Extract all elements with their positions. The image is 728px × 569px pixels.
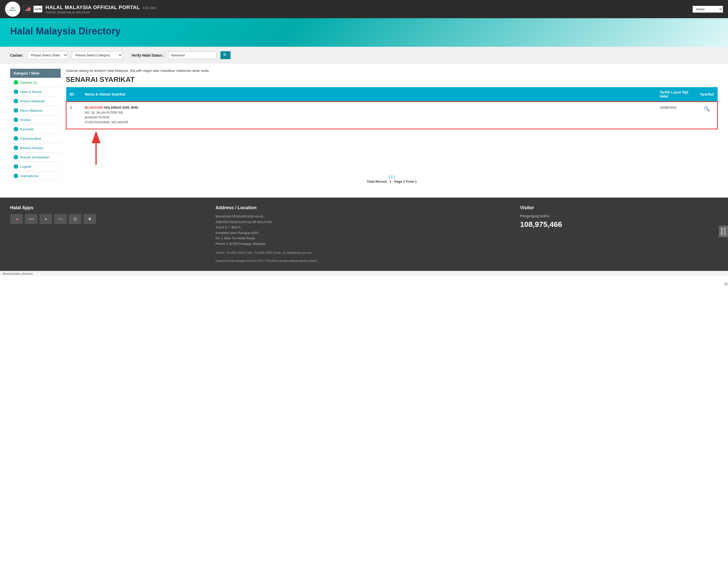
app-logos: 🇲🇾 JAKIM ◆ CCM ⊙ ♥ [10, 214, 208, 224]
check-icon-syarikat: ✓ [14, 80, 18, 85]
jakim-logo: JAKIM [33, 6, 42, 13]
visitor-count: 108,975,466 [520, 220, 718, 229]
senarai-title: SENARAI SYARIKAT [66, 76, 718, 84]
sidebar-item-kosmetik[interactable]: ✓ Kosmetik [10, 125, 61, 134]
sidebar-item-international[interactable]: ✓ International [10, 171, 61, 181]
category-select[interactable]: Please Select Category Syarikat Hotel & … [72, 51, 122, 59]
sidebar-item-farma[interactable]: ✓ Farmaseutikal [10, 134, 61, 143]
check-icon-farma: ✓ [14, 136, 18, 141]
arrow-spacer [66, 129, 718, 170]
visitor-label: Pengunjung terkini : [520, 214, 718, 218]
sidebar-item-menu[interactable]: ✓ Menu Makanan [10, 106, 61, 115]
col-bil: Bil [66, 87, 81, 102]
col-nama: Nama & Alamat Syarikat [81, 87, 656, 102]
page-title: Halal Malaysia Directory [10, 26, 121, 37]
sidebar-label-logistik: Logistik [20, 165, 31, 169]
check-icon-menu: ✓ [14, 108, 18, 113]
check-icon-hotel: ✓ [14, 89, 18, 94]
red-arrow [86, 132, 106, 167]
footer-visitor-section: Visitor Pengunjung terkini : 108,975,466 [520, 205, 718, 263]
sidebar-label-hotel: Hotel & Resort [20, 90, 42, 94]
check-icon-international: ✓ [14, 174, 18, 178]
row-tarikh: 15/06/2024. [656, 102, 697, 129]
app-logo-5: ⊙ [69, 214, 81, 224]
sidebar-item-hotel[interactable]: ✓ Hotel & Resort [10, 87, 61, 97]
row-action[interactable]: 🔍 [697, 102, 717, 129]
check-icon-barang: ✓ [14, 146, 18, 150]
site-header: حلالHALAL 🇲🇾 JAKIM HALAL MALAYSIA OFFICI… [0, 0, 728, 18]
site-footer: Halal Apps 🇲🇾 JAKIM ◆ CCM ⊙ ♥ Address / … [0, 198, 728, 271]
company-address: NO. 39, JALAN PUTERI 5/8, BANDAR PUTERI,… [85, 110, 653, 125]
sidebar-header: Kategori / Skim [10, 69, 61, 78]
hero-banner: Halal Malaysia Directory [0, 18, 728, 47]
header-title-block: HALAL MALAYSIA OFFICIAL PORTAL ENG BM PO… [45, 5, 690, 14]
status-bar: directory/index_directory [0, 271, 728, 276]
social-media-button[interactable]: Social Media [719, 226, 728, 237]
check-icon-logistik: ✓ [14, 164, 18, 169]
welcome-text: Selamat datang ke direktori Halal Malays… [66, 69, 718, 73]
sidebar-item-barang[interactable]: ✓ Barang Gunaan [10, 143, 61, 153]
state-select[interactable]: Please Select State Johor Kedah Kelantan… [27, 51, 68, 59]
check-icon-rumah: ✓ [14, 155, 18, 160]
footer-address: BAHAGIAN PENGURUSAN HALAL, JABATAN KEMAJ… [216, 214, 512, 247]
pagination: [ 1 ] Total Record : 1 - Page 1 From 1 [66, 175, 718, 184]
footer-contact: Telefon : 03-8892 5000 | Faks : 03-8892 … [216, 251, 512, 255]
right-panel: Selamat datang ke direktori Halal Malays… [66, 69, 718, 185]
footer-apps-section: Halal Apps 🇲🇾 JAKIM ◆ CCM ⊙ ♥ [10, 205, 208, 263]
sidebar: Kategori / Skim ✓ Syarikat (1) ✓ Hotel &… [10, 69, 61, 185]
sidebar-item-premis[interactable]: ✓ Premis Makanan [10, 97, 61, 106]
flag-logos: 🇲🇾 JAKIM [23, 6, 42, 13]
site-title: HALAL MALAYSIA OFFICIAL PORTAL ENG BM [45, 5, 690, 10]
address-title: Address / Location [216, 205, 512, 211]
nav-area: Home About Directory Contact [693, 6, 723, 13]
sidebar-item-produk[interactable]: ✓ Produk [10, 115, 61, 125]
halal-logo: حلالHALAL [5, 2, 20, 17]
total-record: Total Record : 1 - Page 1 From 1 [66, 180, 718, 184]
nav-dropdown[interactable]: Home About Directory Contact [693, 6, 723, 13]
app-logo-6: ♥ [83, 214, 96, 224]
company-rest: HOLDINGS SDN. BHD. [103, 106, 139, 109]
visitor-title: Visitor [520, 205, 718, 211]
sidebar-label-produk: Produk [20, 118, 31, 122]
search-button[interactable]: 🔍 [220, 51, 231, 59]
sidebar-item-syarikat[interactable]: ✓ Syarikat (1) [10, 78, 61, 87]
search-bar: Carian: Please Select State Johor Kedah … [0, 47, 728, 64]
row-company: BLUESAND HOLDINGS SDN. BHD. NO. 39, JALA… [81, 102, 656, 129]
sidebar-label-rumah: Rumah Sembelihan [20, 155, 49, 159]
verify-input[interactable] [168, 52, 216, 59]
main-content: Kategori / Skim ✓ Syarikat (1) ✓ Hotel &… [0, 64, 728, 190]
footer-address-section: Address / Location BAHAGIAN PENGURUSAN H… [216, 205, 512, 263]
status-url: directory/index_directory [3, 272, 33, 275]
app-logo-2: JAKIM [25, 214, 37, 224]
malaysia-flag: 🇲🇾 [23, 6, 32, 13]
company-highlight: BLUESAND [85, 106, 103, 109]
row-search-button[interactable]: 🔍 [704, 106, 710, 112]
sidebar-label-farma: Farmaseutikal [20, 137, 41, 141]
footer-resolution: Paparan terbaik dengan resolusi 1024 x 7… [216, 259, 512, 263]
sidebar-label-barang: Barang Gunaan [20, 146, 43, 150]
portal-subtitle: PORTAL RASMI HALAL MALAYSIA [45, 11, 690, 14]
check-icon-kosmetik: ✓ [14, 127, 18, 131]
page-link-1[interactable]: [ 1 ] [389, 175, 395, 179]
sidebar-label-international: International [20, 174, 38, 178]
row-bil: 1. [66, 102, 81, 129]
table-row: 1. BLUESAND HOLDINGS SDN. BHD. NO. 39, J… [66, 102, 718, 129]
col-syarikat: Syarikat [697, 87, 717, 102]
search-label: Carian: [10, 53, 23, 57]
check-icon-premis: ✓ [14, 99, 18, 103]
sidebar-item-rumah[interactable]: ✓ Rumah Sembelihan [10, 153, 61, 162]
sidebar-label-menu: Menu Makanan [20, 109, 43, 113]
results-table: Bil Nama & Alamat Syarikat Tarikh Luput … [66, 87, 718, 129]
check-icon-produk: ✓ [14, 118, 18, 122]
sidebar-label-kosmetik: Kosmetik [20, 127, 34, 131]
verify-label: Verify Halal Status : [131, 53, 165, 57]
app-logo-4: CCM [54, 214, 67, 224]
sidebar-label-syarikat: Syarikat (1) [20, 81, 37, 84]
apps-title: Halal Apps [10, 205, 208, 211]
sidebar-label-premis: Premis Makanan [20, 99, 45, 103]
col-tarikh: Tarikh Luput Sijil Halal [656, 87, 697, 102]
app-logo-1: 🇲🇾 [10, 214, 23, 224]
app-logo-3: ◆ [39, 214, 52, 224]
sidebar-item-logistik[interactable]: ✓ Logistik [10, 162, 61, 171]
lang-links[interactable]: ENG BM [143, 6, 155, 10]
